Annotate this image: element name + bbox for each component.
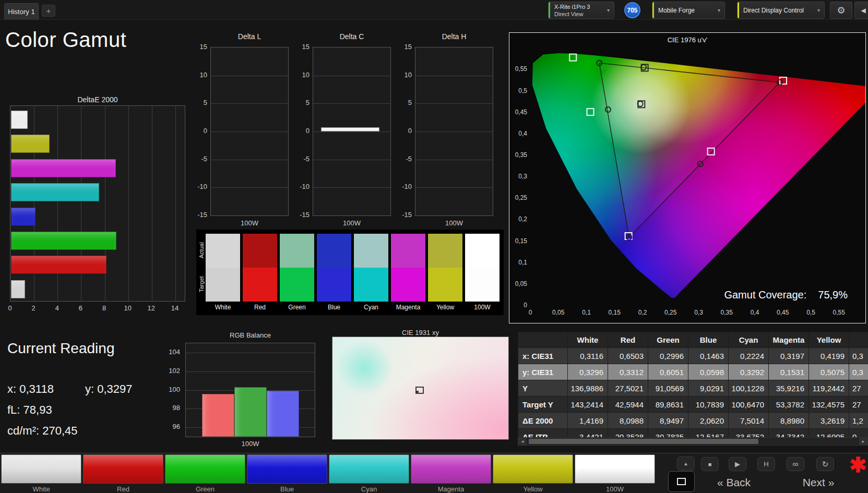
current-reading-cd: cd/m²: 270,45 xyxy=(7,424,78,438)
swatch-name: Blue xyxy=(317,304,351,311)
table-cell: 0,3312 xyxy=(608,364,648,380)
table-cell: 1,2 xyxy=(849,413,868,429)
table-row[interactable]: Target Y143,241442,594489,863110,7839100… xyxy=(518,396,868,413)
pattern-source-dropdown[interactable]: Mobile Forge ▾ xyxy=(652,2,725,19)
cie1976-diagram: 00,050,10,150,20,250,30,350,40,450,50,55… xyxy=(509,33,865,323)
meter-dropdown[interactable]: X-Rite i1Pro 3 Direct View ▾ xyxy=(548,2,614,19)
table-cell: 0,4199 xyxy=(809,348,849,364)
deltae2000-gridline xyxy=(152,106,152,301)
marker-dot xyxy=(416,391,419,393)
table-cell: 8,9497 xyxy=(648,413,688,429)
table-cell: 0,3 xyxy=(849,364,868,380)
settings-button[interactable]: ⚙ xyxy=(830,2,852,19)
display-control-dropdown[interactable]: Direct Display Control ▾ xyxy=(737,2,825,19)
meter-badge[interactable]: 705 xyxy=(624,2,640,18)
gamut-coverage: Gamut Coverage:75,9% xyxy=(724,289,848,301)
table-cell: 0,3116 xyxy=(568,348,608,364)
continuous-read-button[interactable]: ∞ xyxy=(787,457,804,471)
target-row-label: Target xyxy=(197,268,205,301)
table-cell: 3,2619 xyxy=(809,413,849,429)
patch-button-cyan[interactable] xyxy=(329,454,409,484)
patch-label: Cyan xyxy=(329,485,409,493)
table-row[interactable]: Y136,988627,502191,05699,0291100,122835,… xyxy=(518,380,868,396)
table-cell: 0,3296 xyxy=(568,364,608,380)
cie-x-tick-label: 0,45 xyxy=(777,309,789,316)
refresh-icon: ↻ xyxy=(822,460,829,469)
next-button[interactable]: Next » xyxy=(784,474,852,491)
table-cell: 119,2442 xyxy=(809,380,849,396)
delta-c-y-tick-label: 5 xyxy=(292,99,310,106)
patch-button-yellow[interactable] xyxy=(493,454,573,484)
alert-asterisk-icon[interactable]: ✱ xyxy=(849,453,867,476)
scroll-left-arrow[interactable]: ◄ xyxy=(518,438,527,445)
patch-button-100w[interactable] xyxy=(575,454,655,484)
actual-row-label: Actual xyxy=(197,234,205,267)
patch-button-magenta[interactable] xyxy=(411,454,491,484)
table-row[interactable]: ΔE ITP3,442120,352830,783512,516733,6752… xyxy=(518,429,868,438)
delta-l-gridline xyxy=(211,187,288,188)
target-swatch xyxy=(465,268,500,302)
table-cell: 30,7835 xyxy=(648,429,688,438)
scrollbar-thumb[interactable] xyxy=(529,439,758,444)
pattern-window-button[interactable] xyxy=(668,471,695,492)
delta-c-title: Delta C xyxy=(313,32,391,41)
patch-button-blue[interactable] xyxy=(247,454,327,484)
add-tab-button[interactable]: + xyxy=(42,5,55,17)
play-button[interactable]: ▶ xyxy=(729,457,746,471)
deltae2000-bar xyxy=(11,159,116,177)
actual-swatch xyxy=(280,234,314,268)
cie-y-tick-label: 0,5 xyxy=(518,87,527,94)
table-cell: 2,0620 xyxy=(688,413,729,429)
patch-button-white[interactable] xyxy=(1,454,81,484)
patch-button-red[interactable] xyxy=(83,454,163,484)
delta-l-plot xyxy=(210,47,289,216)
delta-c-y-tick-label: 10 xyxy=(292,71,310,79)
table-cell: 0,0598 xyxy=(688,364,729,380)
rgb-y-tick-label: 100 xyxy=(157,386,180,393)
table-row[interactable]: x: CIE310,31160,65030,29960,14630,22240,… xyxy=(518,348,868,364)
table-header-cell: Magenta xyxy=(769,332,809,348)
patch-label: White xyxy=(1,485,81,493)
delta-h-gridline xyxy=(415,160,493,160)
rgb-y-tick-label: 96 xyxy=(157,423,180,430)
table-header-cell: Blue xyxy=(688,332,729,348)
h-mode-button[interactable]: H xyxy=(757,457,775,471)
deltae2000-title: DeltaE 2000 xyxy=(10,95,185,104)
patch-label: Magenta xyxy=(411,485,491,493)
delta-l-x-label: 100W xyxy=(210,219,289,227)
cie-x-tick-label: 0,5 xyxy=(806,309,815,316)
delta-h-y-axis: 151050-5-10-15 xyxy=(394,47,413,216)
rgb-bar xyxy=(267,391,299,437)
delta-h-x-label: 100W xyxy=(415,219,493,227)
target-swatch xyxy=(243,268,277,302)
table-cell: 100,1228 xyxy=(729,380,769,396)
cie-x-tick-label: 0,4 xyxy=(751,309,759,316)
deltae2000-chart: DeltaE 2000 02468101214 xyxy=(10,95,185,315)
delta-l-y-tick-label: -5 xyxy=(189,155,207,163)
refresh-button[interactable]: ↻ xyxy=(816,457,834,471)
delta-l-gridline xyxy=(211,76,288,76)
tab-history-1[interactable]: History 1 xyxy=(4,3,39,20)
table-header-cell xyxy=(518,332,568,348)
table-cell: 27 xyxy=(849,396,868,413)
gamut-coverage-label: Gamut Coverage: xyxy=(724,289,806,300)
delta-c-y-axis: 151050-5-10-15 xyxy=(292,47,311,216)
cie-y-tick-label: 0,3 xyxy=(518,173,527,180)
delta-l-y-tick-label: 15 xyxy=(189,43,207,51)
patch-button-green[interactable] xyxy=(165,454,245,484)
table-cell: 3,4421 xyxy=(568,429,608,438)
stop-button[interactable]: ■ xyxy=(701,457,719,471)
back-button[interactable]: « Back xyxy=(700,474,768,491)
table-row[interactable]: ΔE 20001,41698,09888,94972,06207,50148,8… xyxy=(518,413,868,429)
reading-y-label: y: xyxy=(85,382,94,395)
table-horizontal-scrollbar[interactable]: ◄ ► xyxy=(518,437,868,446)
table-row[interactable]: y: CIE310,32960,33120,60510,05980,32920,… xyxy=(518,364,868,380)
nav-back-button[interactable]: ◀ xyxy=(854,2,868,19)
delta-c-y-tick-label: 0 xyxy=(292,127,310,135)
table-header-cell: Yellow xyxy=(809,332,849,348)
scroll-right-arrow[interactable]: ► xyxy=(859,438,867,445)
collapse-button[interactable]: ▲ xyxy=(677,456,695,471)
swatch-column: White xyxy=(206,234,240,311)
delta-h-y-tick-label: -5 xyxy=(394,155,412,163)
actual-swatch xyxy=(243,234,277,268)
